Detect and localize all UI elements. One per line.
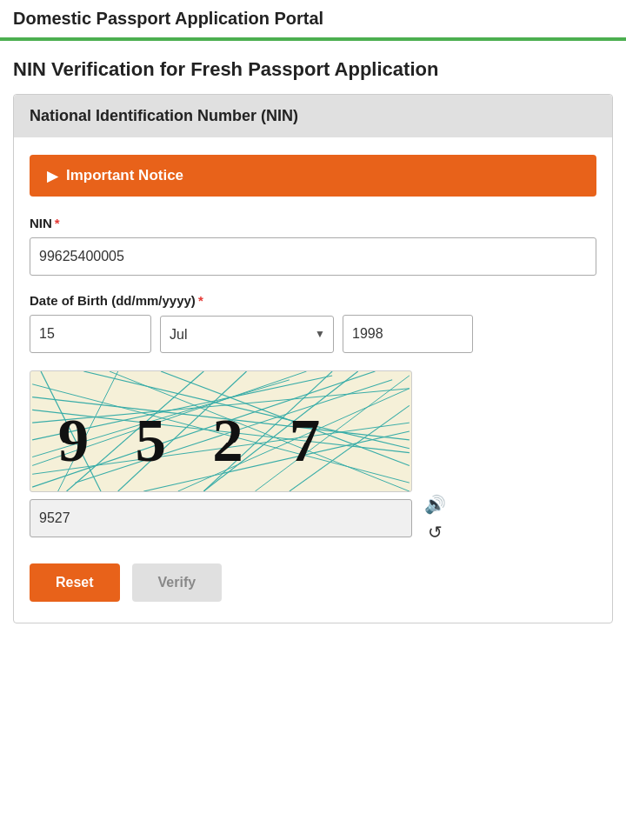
important-notice-button[interactable]: ▶ Important Notice [30, 155, 596, 197]
dob-required-star: * [198, 293, 203, 308]
dob-field-group: Date of Birth (dd/mm/yyyy)* Jan Feb Mar … [30, 293, 596, 353]
app-title: Domestic Passport Application Portal [13, 9, 613, 37]
nin-input[interactable] [30, 237, 596, 276]
main-card: National Identification Number (NIN) ▶ I… [13, 94, 613, 623]
svg-text:9 5 2 7: 9 5 2 7 [58, 407, 336, 475]
app-header: Domestic Passport Application Portal [0, 0, 626, 41]
dob-month-wrapper: Jan Feb Mar Apr May Jun Jul Aug Sep Oct … [160, 316, 334, 353]
refresh-captcha-button[interactable]: ↺ [423, 522, 448, 543]
card-title: National Identification Number (NIN) [30, 107, 596, 125]
dob-day-input[interactable] [30, 315, 151, 353]
captcha-input-row: 🔊 ↺ [30, 494, 596, 543]
buttons-row: Reset Verify [30, 563, 596, 602]
speaker-button[interactable]: 🔊 [423, 494, 448, 515]
captcha-svg: 9 5 2 7 [30, 371, 411, 491]
dob-year-input[interactable] [343, 315, 473, 353]
dob-row: Jan Feb Mar Apr May Jun Jul Aug Sep Oct … [30, 315, 596, 353]
dob-year-wrapper [343, 315, 473, 353]
captcha-image: 9 5 2 7 [30, 370, 412, 492]
card-body: ▶ Important Notice NIN* Date of Birth (d… [14, 137, 612, 623]
dob-label: Date of Birth (dd/mm/yyyy)* [30, 293, 596, 308]
card-header: National Identification Number (NIN) [14, 95, 612, 137]
verify-button[interactable]: Verify [132, 563, 223, 602]
dob-month-select[interactable]: Jan Feb Mar Apr May Jun Jul Aug Sep Oct … [160, 316, 334, 353]
captcha-section: 9 5 2 7 🔊 ↺ [30, 370, 596, 543]
nin-field-group: NIN* [30, 216, 596, 276]
notice-button-label: Important Notice [66, 167, 183, 184]
play-icon: ▶ [47, 168, 57, 184]
nin-label: NIN* [30, 216, 596, 230]
speaker-icon: 🔊 [424, 495, 446, 514]
page-subtitle: NIN Verification for Fresh Passport Appl… [0, 41, 626, 94]
captcha-input[interactable] [30, 499, 412, 537]
refresh-icon: ↺ [428, 523, 443, 542]
reset-button[interactable]: Reset [30, 563, 120, 602]
dob-day-wrapper [30, 315, 151, 353]
captcha-icons: 🔊 ↺ [423, 494, 448, 543]
nin-required-star: * [55, 216, 60, 230]
